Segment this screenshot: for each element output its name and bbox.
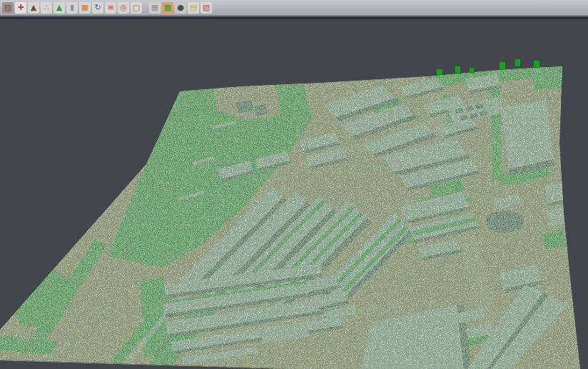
classified-map-icon[interactable]: ▩ [162, 2, 173, 14]
hill-icon[interactable]: ▲ [54, 2, 65, 14]
flag-icon-glyph: ▧ [203, 4, 210, 11]
grid-icon-glyph: ▦ [151, 4, 158, 11]
toolbar-separator [143, 2, 148, 14]
measure-icon[interactable]: ▤ [188, 2, 199, 14]
refresh-icon-glyph: ↻ [94, 4, 101, 11]
ortho-icon[interactable]: ■ [79, 2, 91, 14]
refresh-icon[interactable]: ↻ [92, 2, 103, 14]
points-icon-glyph: ∴ [44, 4, 49, 11]
points-icon[interactable]: ∴ [41, 2, 52, 14]
toolbar: ▨✚▲∴▲▮■↻≡◎▢▦▩●▤▧ [0, 0, 588, 15]
move-tool-icon-glyph: ✚ [17, 4, 24, 11]
flag-icon[interactable]: ▧ [201, 2, 212, 14]
target-icon-glyph: ◎ [120, 4, 127, 11]
camera-icon[interactable]: ● [175, 2, 186, 14]
profile-icon[interactable]: ▮ [66, 2, 78, 14]
dataset-icon[interactable]: ▨ [2, 2, 14, 14]
classified-pointcloud-scene [0, 19, 588, 369]
camera-icon-glyph: ● [177, 4, 184, 11]
hill-icon-glyph: ▲ [56, 4, 62, 11]
measure-icon-glyph: ▤ [190, 4, 197, 11]
ortho-icon-glyph: ■ [81, 4, 88, 11]
move-tool-icon[interactable]: ✚ [15, 2, 26, 14]
selection-box-icon-glyph: ▢ [133, 4, 140, 11]
viewport-3d[interactable] [0, 19, 588, 369]
target-icon[interactable]: ◎ [118, 2, 129, 14]
mountain-icon[interactable]: ▲ [28, 2, 39, 14]
mountain-icon-glyph: ▲ [31, 4, 36, 11]
dataset-icon-glyph: ▨ [4, 4, 11, 11]
selection-box-icon[interactable]: ▢ [131, 2, 142, 14]
classified-map-icon-glyph: ▩ [164, 4, 171, 11]
layers-list-icon-glyph: ≡ [107, 4, 113, 11]
profile-icon-glyph: ▮ [70, 4, 74, 11]
point-noise [0, 19, 588, 369]
layers-list-icon[interactable]: ≡ [105, 2, 116, 14]
grid-icon[interactable]: ▦ [149, 2, 161, 14]
